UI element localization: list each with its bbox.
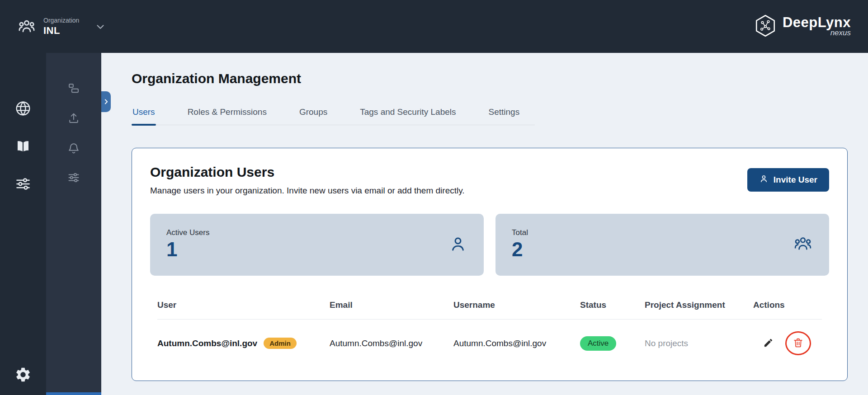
- organization-users-card: Organization Users Manage users in your …: [132, 148, 848, 381]
- page-title: Organization Management: [132, 68, 849, 86]
- deeplynx-hexagon-logo: [754, 14, 777, 39]
- brand-name: DeepLynx: [783, 15, 851, 29]
- header-user: User: [157, 300, 330, 310]
- header-actions: Actions: [753, 300, 822, 310]
- tab-groups[interactable]: Groups: [298, 107, 328, 125]
- user-name: Autumn.Combs@inl.gov: [157, 339, 257, 348]
- header-username: Username: [453, 300, 580, 310]
- stat-total-label: Total: [512, 228, 528, 237]
- users-table: User Email Username Status Project Assig…: [150, 296, 829, 362]
- people-icon: [17, 17, 36, 36]
- header-status: Status: [580, 300, 645, 310]
- edit-user-button[interactable]: [763, 338, 774, 349]
- project-assignment-value: No projects: [645, 339, 753, 348]
- sliders-icon[interactable]: [15, 176, 31, 192]
- annotation-circle: [785, 331, 811, 355]
- stat-active-users: Active Users 1: [150, 214, 484, 276]
- main-content: Organization Management Users Roles & Pe…: [101, 53, 868, 395]
- secondary-sidebar: [46, 53, 101, 395]
- gear-icon[interactable]: [14, 366, 32, 383]
- tab-tags-security-labels[interactable]: Tags and Security Labels: [359, 107, 457, 125]
- header-email: Email: [330, 300, 453, 310]
- organization-name: INL: [43, 25, 79, 37]
- card-subtitle: Manage users in your organization. Invit…: [150, 186, 465, 196]
- tab-bar: Users Roles & Permissions Groups Tags an…: [132, 107, 535, 125]
- card-title: Organization Users: [150, 165, 465, 180]
- user-username: Autumn.Combs@inl.gov: [453, 339, 580, 348]
- app-window: Organization INL: [0, 0, 868, 395]
- subrail-bottom-accent: [46, 392, 101, 395]
- upload-icon[interactable]: [67, 112, 80, 124]
- person-icon: [448, 235, 467, 255]
- dashboard-icon[interactable]: [67, 82, 80, 94]
- tab-roles-permissions[interactable]: Roles & Permissions: [187, 107, 268, 125]
- invite-user-label: Invite User: [774, 175, 817, 185]
- table-row: Autumn.Combs@inl.gov Admin Autumn.Combs@…: [157, 320, 822, 362]
- admin-badge: Admin: [264, 338, 297, 349]
- user-email: Autumn.Combs@inl.gov: [330, 339, 453, 348]
- people-icon: [793, 234, 813, 256]
- brand-logo: DeepLynx nexus: [754, 14, 851, 39]
- organization-label: Organization: [43, 17, 79, 24]
- tune-icon[interactable]: [67, 171, 80, 184]
- globe-icon[interactable]: [14, 100, 32, 117]
- status-badge: Active: [580, 336, 616, 351]
- invite-user-button[interactable]: Invite User: [747, 168, 829, 192]
- bell-icon[interactable]: [67, 141, 80, 154]
- tab-settings[interactable]: Settings: [488, 107, 521, 125]
- book-icon[interactable]: [14, 138, 32, 155]
- stats-row: Active Users 1 Total 2: [150, 214, 829, 276]
- delete-trash-icon: [793, 337, 804, 350]
- delete-user-button[interactable]: [793, 337, 804, 350]
- top-bar: Organization INL: [0, 0, 868, 53]
- brand-subtitle: nexus: [830, 28, 851, 38]
- stat-total-value: 2: [512, 238, 528, 261]
- edit-pencil-icon: [763, 338, 774, 349]
- stat-active-users-value: 1: [166, 238, 209, 261]
- organization-switcher[interactable]: Organization INL: [17, 17, 106, 37]
- tab-users[interactable]: Users: [132, 107, 156, 125]
- drawer-expand-toggle[interactable]: [101, 91, 111, 112]
- users-table-header: User Email Username Status Project Assig…: [157, 296, 822, 320]
- chevron-down-icon[interactable]: [94, 21, 106, 33]
- person-icon: [759, 174, 769, 186]
- primary-sidebar: [0, 53, 46, 395]
- stat-total-users: Total 2: [495, 214, 829, 276]
- header-project-assignment: Project Assignment: [645, 300, 753, 310]
- stat-active-users-label: Active Users: [166, 228, 209, 237]
